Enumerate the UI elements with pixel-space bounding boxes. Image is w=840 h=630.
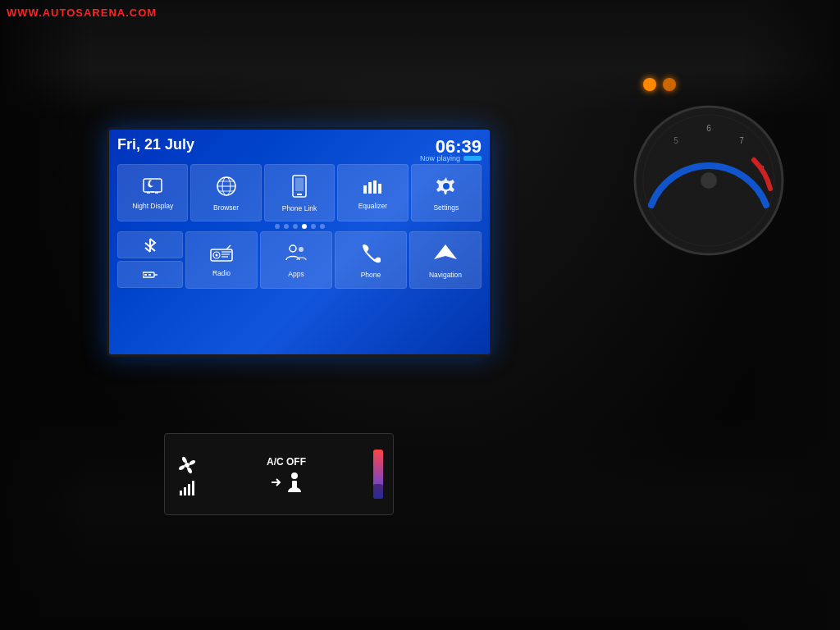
screen-content: Fri, 21 July 06:39 Now playing (109, 130, 490, 354)
app-tile-bluetooth[interactable] (117, 231, 183, 258)
ac-temp-bar (373, 450, 383, 499)
svg-rect-20 (368, 182, 372, 194)
page-dots (117, 224, 482, 229)
indicator-light-2 (663, 78, 676, 91)
page-dot-5[interactable] (311, 224, 316, 229)
fan-bar-1 (180, 491, 182, 495)
ac-temp-fill (373, 484, 383, 499)
phone-icon (361, 243, 381, 267)
svg-text:6: 6 (706, 124, 711, 133)
browser-label: Browser (213, 203, 239, 212)
indicator-lights (643, 78, 676, 91)
svg-point-37 (299, 247, 304, 252)
equalizer-icon (362, 177, 383, 199)
fan-speed-bars (180, 481, 194, 495)
indicator-light-1 (643, 78, 656, 91)
ac-temp-section (373, 450, 383, 499)
now-playing-bar: Now playing (420, 154, 482, 162)
screen-date: Fri, 21 July (117, 136, 194, 153)
apps-icon (285, 244, 308, 267)
app-tile-settings[interactable]: Settings (411, 164, 482, 221)
navigation-icon (434, 243, 457, 267)
page-dot-2[interactable] (284, 224, 289, 229)
fan-bar-3 (188, 484, 190, 495)
svg-marker-38 (434, 244, 457, 259)
settings-icon (436, 176, 457, 200)
app-tile-radio[interactable]: Radio (185, 231, 258, 289)
svg-rect-19 (363, 185, 367, 194)
svg-point-40 (291, 472, 298, 479)
svg-point-6 (701, 172, 717, 189)
ac-middle-section: A/C OFF (216, 456, 357, 492)
svg-point-24 (443, 183, 450, 189)
app-tile-usb[interactable] (117, 261, 183, 288)
ac-status-text: A/C OFF (267, 456, 306, 468)
ac-airflow-icon (270, 472, 303, 492)
svg-rect-28 (148, 274, 151, 276)
svg-rect-7 (144, 179, 162, 192)
svg-text:7: 7 (739, 136, 744, 145)
bottom-app-row: Radio Apps (117, 231, 482, 289)
settings-label: Settings (433, 203, 459, 212)
radio-label: Radio (212, 269, 231, 277)
equalizer-label: Equalizer (358, 202, 387, 210)
speedometer: 5 6 7 8 (627, 98, 791, 262)
watermark: WWW.AUTOSARENA.COM (7, 7, 157, 19)
page-dot-3[interactable] (293, 224, 298, 229)
svg-point-31 (216, 253, 218, 256)
radio-icon (210, 244, 233, 266)
bottom-overlay (0, 417, 840, 630)
svg-rect-22 (378, 184, 381, 194)
app-tile-apps[interactable]: Apps (260, 231, 332, 289)
app-tile-phone[interactable]: Phone (335, 231, 407, 289)
svg-rect-18 (295, 178, 304, 191)
svg-rect-21 (373, 180, 377, 194)
phone-link-icon (291, 175, 308, 201)
ac-fan-icon (175, 453, 199, 477)
now-playing-label: Now playing (420, 154, 460, 162)
night-display-icon (142, 177, 163, 199)
page-dot-6[interactable] (320, 224, 325, 229)
left-overlay (0, 0, 90, 630)
app-tile-browser[interactable]: Browser (190, 164, 261, 221)
svg-rect-27 (144, 274, 147, 276)
now-playing-indicator (463, 156, 482, 161)
night-display-label: Night Display (132, 202, 173, 210)
svg-rect-41 (292, 481, 297, 489)
fan-bar-2 (184, 487, 186, 495)
infotainment-screen: Fri, 21 July 06:39 Now playing (107, 127, 492, 357)
top-app-row: Night Display Browser (117, 164, 482, 221)
svg-point-36 (290, 245, 296, 252)
phone-label: Phone (361, 271, 381, 279)
app-tile-equalizer[interactable]: Equalizer (337, 164, 408, 221)
fan-bar-4 (192, 481, 194, 495)
app-tile-night-display[interactable]: Night Display (117, 164, 188, 221)
page-dot-1[interactable] (275, 224, 280, 229)
app-tile-navigation[interactable]: Navigation (409, 231, 482, 289)
ac-left-section (175, 453, 199, 495)
page-dot-4[interactable] (302, 224, 307, 229)
svg-rect-29 (211, 249, 232, 261)
right-overlay (742, 0, 840, 630)
apps-label: Apps (288, 270, 304, 278)
ac-panel: A/C OFF (164, 433, 394, 515)
browser-icon (216, 176, 237, 200)
phone-link-label: Phone Link (282, 204, 317, 212)
small-tiles-column (117, 231, 183, 289)
app-tile-phone-link[interactable]: Phone Link (264, 164, 335, 221)
navigation-label: Navigation (429, 271, 462, 279)
svg-point-39 (185, 463, 189, 468)
svg-text:5: 5 (673, 136, 678, 145)
